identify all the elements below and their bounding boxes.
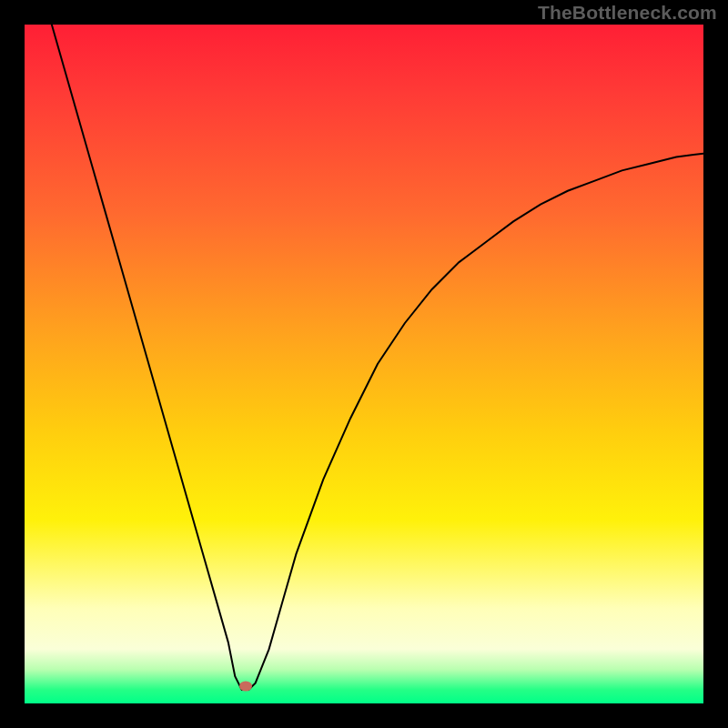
bottleneck-curve-path [52,25,703,690]
curve-svg [25,25,703,703]
plot-area [25,25,703,703]
chart-frame: TheBottleneck.com [0,0,728,728]
watermark-text: TheBottleneck.com [538,2,717,24]
optimal-point-marker [239,681,252,691]
